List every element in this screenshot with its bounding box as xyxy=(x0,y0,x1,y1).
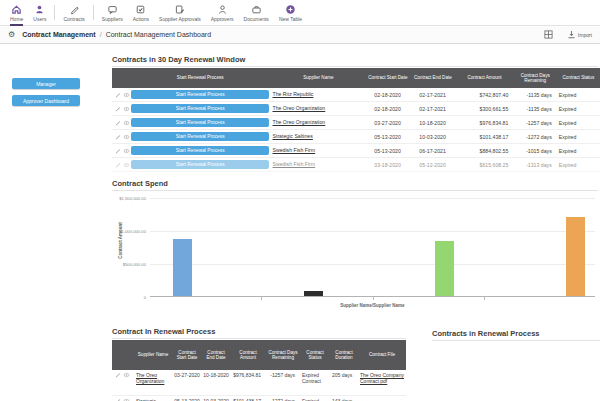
contracts-icon xyxy=(69,4,80,16)
supplier-name-cell: Swedish Fish Firm xyxy=(269,161,365,168)
toolbar-item-label: Users xyxy=(33,17,46,22)
days-remaining-cell: -1272 days xyxy=(266,396,300,401)
view-icon[interactable] xyxy=(123,106,130,112)
start-renewal-process-button[interactable]: Start Renewal Process xyxy=(131,90,269,100)
contract-status-cell: Expired Contract xyxy=(300,396,330,401)
app-toolbar: Home Users Contracts Suppliers Actions S… xyxy=(0,0,600,26)
start-renewal-cell: Start Renewal Process xyxy=(131,160,270,170)
toolbar-item-users[interactable]: Users xyxy=(28,0,51,25)
contract-duration-cell: 205 days xyxy=(330,370,358,378)
home-icon xyxy=(11,4,22,16)
edit-icon[interactable] xyxy=(115,134,121,140)
days-remaining-cell: -1257 days xyxy=(513,120,556,126)
import-button[interactable]: Import xyxy=(567,30,592,39)
row-actions xyxy=(112,162,131,168)
contract-start-date-cell: 03-27-2020 xyxy=(365,120,410,126)
toolbar-item-supplier-approvals[interactable]: Supplier Approvals xyxy=(154,0,206,25)
contract-end-date-cell: 06-17-2021 xyxy=(410,148,455,154)
approvers-icon xyxy=(217,4,228,16)
row-actions xyxy=(112,148,131,154)
supplier-link[interactable]: The Oreo Organization xyxy=(272,119,325,126)
supplier-link[interactable]: Swedish Fish Firm xyxy=(272,161,315,168)
contract-start-date-cell: 03-18-2020 xyxy=(365,162,410,168)
edit-icon[interactable] xyxy=(115,120,121,126)
supplier-name-cell: The Oreo Organization xyxy=(134,370,172,385)
section-rule xyxy=(112,66,598,67)
days-remaining-cell: -1313 days xyxy=(513,162,556,168)
y-tick-label: $1,000,000.00 xyxy=(112,229,146,234)
start-renewal-process-button[interactable]: Start Renewal Process xyxy=(131,118,269,128)
column-header: Supplier Name xyxy=(270,74,366,82)
toolbar-divider xyxy=(93,5,94,20)
gridline xyxy=(150,198,595,199)
toolbar-item-home[interactable]: Home xyxy=(5,0,28,25)
start-renewal-cell: Start Renewal Process xyxy=(131,146,270,156)
tables-grid-icon[interactable] xyxy=(544,30,553,39)
edit-icon[interactable] xyxy=(115,372,121,378)
contract-amount-cell: $101,438.17 xyxy=(230,396,266,401)
supplier-link[interactable]: Swedish Fish Firm xyxy=(272,147,315,154)
import-label: Import xyxy=(578,32,592,38)
y-tick-label: 0 xyxy=(112,295,146,300)
view-icon[interactable] xyxy=(123,120,130,126)
supplier-link[interactable]: Strategic Saltines xyxy=(272,133,312,140)
toolbar-item-actions[interactable]: Actions xyxy=(128,0,154,25)
contract-end-date-cell: 05-12-2020 xyxy=(410,162,455,168)
edit-icon[interactable] xyxy=(115,92,121,98)
contract-amount-cell: $884,802.55 xyxy=(455,148,513,154)
contract-spend-chart: Contract Amount 0$500,000.00$1,000,000.0… xyxy=(112,192,600,316)
start-renewal-process-button[interactable]: Start Renewal Process xyxy=(131,160,269,170)
breadcrumb-app[interactable]: Contract Management xyxy=(22,31,96,38)
column-header: Contract Amount xyxy=(455,74,513,82)
column-header xyxy=(112,77,131,79)
contract-end-date-cell: 02-17-2021 xyxy=(410,92,455,98)
renewal-window-title: Contracts in 30 Day Renewal Window xyxy=(112,55,245,64)
toolbar-item-label: Suppliers xyxy=(102,17,123,22)
edit-icon[interactable] xyxy=(115,148,121,154)
start-renewal-process-button[interactable]: Start Renewal Process xyxy=(131,132,269,142)
contract-file-link[interactable]: The Oreo Company Contract.pdf xyxy=(360,372,406,385)
contract-start-date-cell: 02-18-2020 xyxy=(365,106,410,112)
users-icon xyxy=(34,4,45,16)
supplier-link[interactable]: The Ritz Republic xyxy=(272,91,313,98)
toolbar-item-label: Contracts xyxy=(63,17,84,22)
table-row: Start Renewal Process Strategic Saltines… xyxy=(112,130,600,144)
supplier-name-cell: The Oreo Organization xyxy=(269,105,365,112)
contract-end-date-cell: 10-18-2020 xyxy=(202,370,230,378)
view-icon[interactable] xyxy=(123,92,130,98)
edit-icon[interactable] xyxy=(115,106,121,112)
toolbar-item-documents[interactable]: Documents xyxy=(239,0,274,25)
manager-button[interactable]: Manager xyxy=(12,78,80,89)
contract-status-cell: Expired xyxy=(557,148,600,154)
supplier-link[interactable]: The Oreo Organization xyxy=(272,105,325,112)
contract-start-date-cell: 03-27-2020 xyxy=(172,370,202,378)
view-icon[interactable] xyxy=(123,134,130,140)
start-renewal-process-button[interactable]: Start Renewal Process xyxy=(131,146,269,156)
contract-file-cell: The Oreo Company Contract.pdf xyxy=(358,370,406,385)
toolbar-item-contracts[interactable]: Contracts xyxy=(58,0,89,25)
approver-dashboard-button[interactable]: Approver Dashboard xyxy=(12,95,80,106)
toolbar-item-new-table[interactable]: New Table xyxy=(274,0,307,25)
view-icon[interactable] xyxy=(123,148,130,154)
column-header: Contract Status xyxy=(557,74,600,82)
import-icon xyxy=(567,30,576,39)
bar xyxy=(566,217,585,297)
contract-end-date-cell: 02-17-2021 xyxy=(410,106,455,112)
contract-status-cell: Expired xyxy=(557,162,600,168)
x-axis-line xyxy=(150,296,595,297)
in-renewal-table: Supplier NameContract Start DateContract… xyxy=(112,340,406,401)
edit-icon[interactable] xyxy=(115,162,121,168)
gear-icon[interactable]: ⚙ xyxy=(8,31,15,39)
table-row: Start Renewal Process The Ritz Republic … xyxy=(112,88,600,102)
table-row: The Oreo Organization 03-27-2020 10-18-2… xyxy=(112,370,406,396)
days-remaining-cell: -1135 days xyxy=(513,92,556,98)
breadcrumb-separator: / xyxy=(100,31,102,38)
view-icon[interactable] xyxy=(123,372,130,378)
start-renewal-process-button[interactable]: Start Renewal Process xyxy=(131,104,269,114)
supplier-link[interactable]: The Oreo Organization xyxy=(136,372,172,385)
toolbar-item-suppliers[interactable]: Suppliers xyxy=(97,0,128,25)
gridline xyxy=(150,264,595,265)
view-icon[interactable] xyxy=(123,162,130,168)
x-tick xyxy=(484,297,485,300)
toolbar-item-approvers[interactable]: Approvers xyxy=(206,0,239,25)
